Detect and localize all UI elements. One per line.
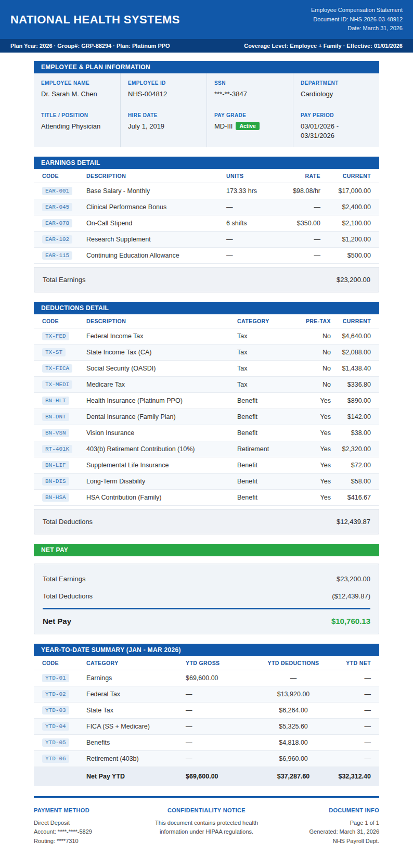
deductions-header: DEDUCTIONS DETAIL: [34, 302, 379, 314]
deduction-code: TX-FICA: [42, 364, 72, 373]
col-code: CODE: [42, 660, 86, 666]
ytd-gross: —: [186, 707, 253, 714]
deduction-pretax: Yes: [302, 445, 331, 453]
ytd-code: YTD-02: [42, 690, 69, 698]
deduction-current: $58.00: [331, 478, 371, 485]
ytd-gross: —: [186, 691, 253, 698]
net-pay-summary-row: Total Deductions ($12,439.87): [43, 588, 370, 605]
ytd-row: YTD-03 State Tax — $6,264.00 —: [34, 703, 379, 719]
ytd-net: —: [333, 691, 371, 698]
col-rate: RATE: [278, 173, 320, 179]
col-ytd-gross: YTD GROSS: [186, 660, 253, 666]
deduction-code: RT-401K: [42, 445, 72, 453]
ytd-deductions: $13,920.00: [253, 691, 333, 698]
earnings-table-body: EAR-001 Base Salary - Monthly 173.33 hrs…: [34, 183, 379, 264]
section-deductions: DEDUCTIONS DETAIL CODE DESCRIPTION CATEG…: [34, 302, 379, 534]
earning-code: EAR-045: [42, 203, 72, 211]
earning-current: $17,000.00: [320, 187, 371, 195]
field-value: 03/01/2026 - 03/31/2026: [301, 122, 339, 139]
earning-description: Base Salary - Monthly: [86, 187, 226, 195]
deduction-code: BN-LIF: [42, 461, 69, 469]
total-deductions-value: $12,439.87: [337, 518, 370, 526]
deduction-description: Supplemental Life Insurance: [86, 462, 237, 469]
top-header: NATIONAL HEALTH SYSTEMS Employee Compens…: [0, 0, 413, 39]
document-info-line: Page 1 of 1: [272, 819, 380, 828]
earning-units: —: [226, 236, 278, 243]
col-ytd-net: YTD NET: [333, 660, 371, 666]
field-value: Dr. Sarah M. Chen: [41, 90, 97, 98]
field-label: TITLE / POSITION: [41, 112, 113, 118]
section-ytd: YEAR-TO-DATE SUMMARY (JAN - MAR 2026) CO…: [34, 644, 379, 786]
deduction-row: BN-DNT Dental Insurance (Family Plan) Be…: [34, 409, 379, 425]
employee-info-field: TITLE / POSITION Attending Physician: [34, 106, 120, 147]
earning-code: EAR-078: [42, 219, 72, 227]
deduction-row: BN-HLT Health Insurance (Platinum PPO) B…: [34, 393, 379, 409]
net-pay-box: Total Earnings $23,200.00 Total Deductio…: [34, 564, 379, 634]
deduction-current: $2,088.00: [331, 349, 371, 356]
deduction-code: BN-HSA: [42, 493, 69, 502]
field-label: HIRE DATE: [128, 112, 199, 118]
ytd-deductions: $6,264.00: [253, 707, 333, 714]
deduction-row: BN-LIF Supplemental Life Insurance Benef…: [34, 457, 379, 474]
ytd-code: YTD-04: [42, 722, 69, 731]
ytd-row: YTD-05 Benefits — $4,818.00 —: [34, 735, 379, 751]
footer-document-info: DOCUMENT INFO Page 1 of 1Generated: Marc…: [272, 806, 380, 846]
total-earnings-label: Total Earnings: [43, 276, 85, 284]
org-name: NATIONAL HEALTH SYSTEMS: [10, 13, 180, 27]
total-deductions-box: Total Deductions $12,439.87: [34, 509, 379, 534]
deduction-pretax: Yes: [302, 494, 331, 501]
employee-info-field: PAY PERIOD 03/01/2026 - 03/31/2026: [293, 106, 379, 147]
deduction-pretax: Yes: [302, 397, 331, 404]
deduction-description: Long-Term Disability: [86, 478, 237, 485]
deduction-pretax: Yes: [302, 462, 331, 469]
deduction-category: Benefit: [237, 397, 302, 404]
confidentiality-text: This document contains protected health …: [142, 819, 272, 837]
deduction-pretax: No: [302, 381, 331, 388]
net-pay-label: Net Pay: [43, 617, 71, 626]
deductions-table-body: TX-FED Federal Income Tax Tax No $4,640.…: [34, 328, 379, 506]
earning-rate: —: [278, 236, 320, 243]
field-value: MD-III: [214, 122, 233, 130]
ytd-gross: —: [186, 755, 253, 762]
document-info-title: DOCUMENT INFO: [272, 806, 380, 815]
summary-label: Total Deductions: [43, 592, 93, 600]
deduction-current: $2,320.00: [331, 445, 371, 453]
ytd-table-body: YTD-01 Earnings $69,600.00 — — YTD-02 Fe…: [34, 670, 379, 767]
ytd-column-headers: CODE CATEGORY YTD GROSS YTD DEDUCTIONS Y…: [34, 656, 379, 670]
deduction-category: Tax: [237, 381, 302, 388]
earnings-row: EAR-001 Base Salary - Monthly 173.33 hrs…: [34, 183, 379, 199]
deduction-row: TX-ST State Income Tax (CA) Tax No $2,08…: [34, 344, 379, 361]
employee-info-grid: EMPLOYEE NAME Dr. Sarah M. Chen EMPLOYEE…: [34, 73, 379, 147]
deduction-code: TX-MEDI: [42, 380, 72, 389]
deduction-description: State Income Tax (CA): [86, 349, 237, 356]
earning-current: $1,200.00: [320, 236, 371, 243]
col-units: UNITS: [226, 173, 278, 179]
deduction-row: BN-VSN Vision Insurance Benefit Yes $38.…: [34, 425, 379, 441]
deduction-description: Vision Insurance: [86, 429, 237, 437]
status-badge: Active: [236, 122, 260, 130]
ytd-total-gross: $69,600.00: [186, 773, 253, 780]
net-pay-summary-row: Total Earnings $23,200.00: [43, 570, 370, 588]
earning-code: EAR-001: [42, 187, 72, 195]
earning-current: $500.00: [320, 252, 371, 259]
ytd-category: Federal Tax: [86, 691, 186, 698]
section-earnings: EARNINGS DETAIL CODE DESCRIPTION UNITS R…: [34, 157, 379, 292]
ytd-deductions: $6,960.00: [253, 755, 333, 762]
net-pay-final-row: Net Pay $10,760.13: [43, 611, 370, 626]
ytd-net: —: [333, 723, 371, 730]
col-category: CATEGORY: [86, 660, 186, 666]
deduction-pretax: Yes: [302, 413, 331, 420]
employee-info-field: SSN ***-**-3847: [206, 73, 293, 106]
footer-confidentiality: CONFIDENTIALITY NOTICE This document con…: [142, 806, 272, 846]
total-earnings-value: $23,200.00: [337, 276, 370, 284]
ytd-header: YEAR-TO-DATE SUMMARY (JAN - MAR 2026): [34, 644, 379, 656]
plan-bar-left: Plan Year: 2026 · Group#: GRP-88294 · Pl…: [10, 43, 170, 49]
deduction-code: BN-DIS: [42, 477, 69, 486]
deduction-code: TX-FED: [42, 332, 69, 340]
col-current: CURRENT: [331, 318, 371, 324]
deduction-current: $142.00: [331, 413, 371, 420]
document-info-lines: Page 1 of 1Generated: March 31, 2026NHS …: [272, 819, 380, 846]
payment-method-title: PAYMENT METHOD: [34, 806, 142, 815]
ytd-row: YTD-06 Retirement (403b) — $6,960.00 —: [34, 751, 379, 767]
earning-rate: —: [278, 252, 320, 259]
